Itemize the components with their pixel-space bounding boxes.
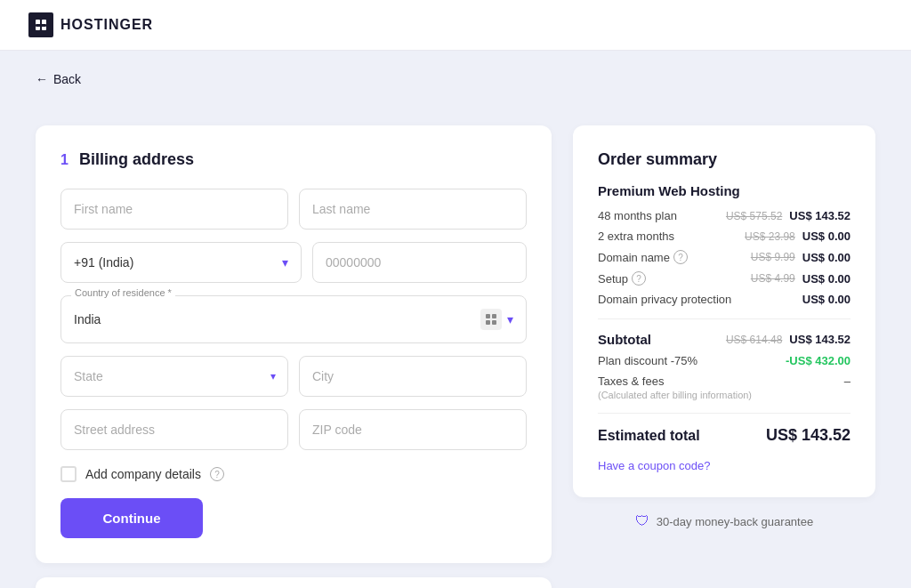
line-item-0: 48 months plan US$ 575.52 US$ 143.52 xyxy=(598,209,851,222)
guarantee-row: 🛡 30-day money-back guarantee xyxy=(573,513,875,529)
line-label-2: Domain name xyxy=(598,251,670,264)
first-name-input[interactable] xyxy=(60,189,288,230)
back-area: ← Back xyxy=(0,51,911,101)
phone-prefix-value: +91 (India) xyxy=(74,255,133,270)
svg-rect-6 xyxy=(492,320,496,325)
company-checkbox[interactable] xyxy=(60,466,77,482)
continue-button[interactable]: Continue xyxy=(60,498,203,538)
country-input-wrapper[interactable]: India ▾ xyxy=(60,295,527,343)
discount-row: Plan discount -75% -US$ 432.00 xyxy=(598,354,851,367)
taxes-note: (Calculated after billing information) xyxy=(598,390,851,400)
zip-group xyxy=(299,409,527,450)
estimated-label: Estimated total xyxy=(598,428,700,444)
discount-value: -US$ 432.00 xyxy=(786,354,851,367)
new-price-0: US$ 143.52 xyxy=(789,209,851,222)
divider-1 xyxy=(598,318,851,319)
phone-number-group xyxy=(312,242,527,283)
line-label-1: 2 extra months xyxy=(598,230,674,243)
subtotal-row: Subtotal US$ 614.48 US$ 143.52 xyxy=(598,332,851,347)
zip-input[interactable] xyxy=(299,409,527,450)
phone-chevron-icon: ▾ xyxy=(282,255,288,270)
line-label-3: Setup xyxy=(598,272,628,286)
state-select[interactable]: State xyxy=(60,356,288,397)
last-name-input[interactable] xyxy=(299,189,527,230)
subtotal-prices: US$ 614.48 US$ 143.52 xyxy=(726,333,851,346)
subtotal-new-price: US$ 143.52 xyxy=(789,333,851,346)
company-checkbox-row: Add company details ? xyxy=(60,466,527,482)
svg-rect-3 xyxy=(486,314,490,318)
new-price-3: US$ 0.00 xyxy=(802,272,851,286)
billing-section-title: Billing address xyxy=(79,150,194,169)
line-item-3: Setup ? US$ 4.99 US$ 0.00 xyxy=(598,271,851,286)
address-row xyxy=(60,409,527,450)
grid-icon[interactable] xyxy=(480,309,502,330)
coupon-link[interactable]: Have a coupon code? xyxy=(598,459,851,472)
phone-prefix-select[interactable]: +91 (India) ▾ xyxy=(60,242,302,283)
state-select-wrapper: State ▾ xyxy=(60,356,288,397)
new-price-2: US$ 0.00 xyxy=(802,251,851,264)
back-label: Back xyxy=(53,72,81,86)
guarantee-label: 30-day money-back guarantee xyxy=(657,515,813,528)
domain-help-icon[interactable]: ? xyxy=(673,250,688,264)
main-content: 1 Billing address +91 (India) ▾ xyxy=(0,101,911,588)
taxes-value: – xyxy=(844,375,851,388)
line-label-0: 48 months plan xyxy=(598,209,677,222)
street-input[interactable] xyxy=(60,409,288,450)
line-item-1: 2 extra months US$ 23.98 US$ 0.00 xyxy=(598,230,851,243)
shield-icon: 🛡 xyxy=(635,513,649,529)
header: HOSTINGER xyxy=(0,0,911,51)
city-group xyxy=(299,356,527,397)
billing-address-card: 1 Billing address +91 (India) ▾ xyxy=(36,125,552,563)
order-summary-card: Order summary Premium Web Hosting 48 mon… xyxy=(573,125,875,497)
state-city-row: State ▾ xyxy=(60,356,527,397)
product-title: Premium Web Hosting xyxy=(598,183,851,198)
line-label-4: Domain privacy protection xyxy=(598,293,731,306)
logo-icon xyxy=(28,12,53,37)
last-name-group xyxy=(299,189,527,230)
payment-card: 2 Payment xyxy=(36,577,552,588)
continue-label: Continue xyxy=(103,511,161,526)
back-button[interactable]: ← Back xyxy=(36,68,81,101)
left-column: 1 Billing address +91 (India) ▾ xyxy=(36,125,552,588)
country-group: Country of residence * India ▾ xyxy=(60,295,527,343)
billing-section-header: 1 Billing address xyxy=(60,150,527,169)
taxes-row: Taxes & fees – (Calculated after billing… xyxy=(598,375,851,400)
svg-rect-2 xyxy=(36,24,46,27)
subtotal-old-price: US$ 614.48 xyxy=(726,334,782,346)
order-summary-title: Order summary xyxy=(598,150,851,169)
brand-name: HOSTINGER xyxy=(60,17,153,33)
company-help-icon[interactable]: ? xyxy=(210,467,224,481)
phone-row: +91 (India) ▾ xyxy=(60,242,527,283)
city-input[interactable] xyxy=(299,356,527,397)
estimated-price: US$ 143.52 xyxy=(766,426,851,445)
old-price-3: US$ 4.99 xyxy=(751,272,795,285)
billing-section-number: 1 xyxy=(60,152,69,168)
name-row xyxy=(60,189,527,230)
new-price-1: US$ 0.00 xyxy=(802,230,851,243)
discount-label: Plan discount -75% xyxy=(598,354,697,367)
logo: HOSTINGER xyxy=(28,12,153,37)
old-price-1: US$ 23.98 xyxy=(745,230,795,243)
line-item-2: Domain name ? US$ 9.99 US$ 0.00 xyxy=(598,250,851,264)
street-group xyxy=(60,409,288,450)
svg-rect-5 xyxy=(486,320,490,325)
company-checkbox-label: Add company details xyxy=(85,467,201,481)
subtotal-label: Subtotal xyxy=(598,332,651,347)
country-icons: ▾ xyxy=(480,309,513,330)
right-column: Order summary Premium Web Hosting 48 mon… xyxy=(573,125,875,588)
divider-2 xyxy=(598,413,851,414)
taxes-label: Taxes & fees xyxy=(598,375,664,388)
old-price-0: US$ 575.52 xyxy=(726,210,782,222)
new-price-4: US$ 0.00 xyxy=(802,293,851,306)
estimated-total-row: Estimated total US$ 143.52 xyxy=(598,426,851,445)
country-value: India xyxy=(74,312,101,326)
country-label: Country of residence * xyxy=(71,287,175,298)
svg-rect-4 xyxy=(492,314,496,318)
country-chevron-icon[interactable]: ▾ xyxy=(507,312,513,326)
old-price-2: US$ 9.99 xyxy=(751,251,795,263)
phone-number-input[interactable] xyxy=(312,242,527,283)
back-arrow-icon: ← xyxy=(36,72,48,86)
setup-help-icon[interactable]: ? xyxy=(632,271,646,286)
first-name-group xyxy=(60,189,288,230)
line-item-4: Domain privacy protection US$ 0.00 xyxy=(598,293,851,306)
